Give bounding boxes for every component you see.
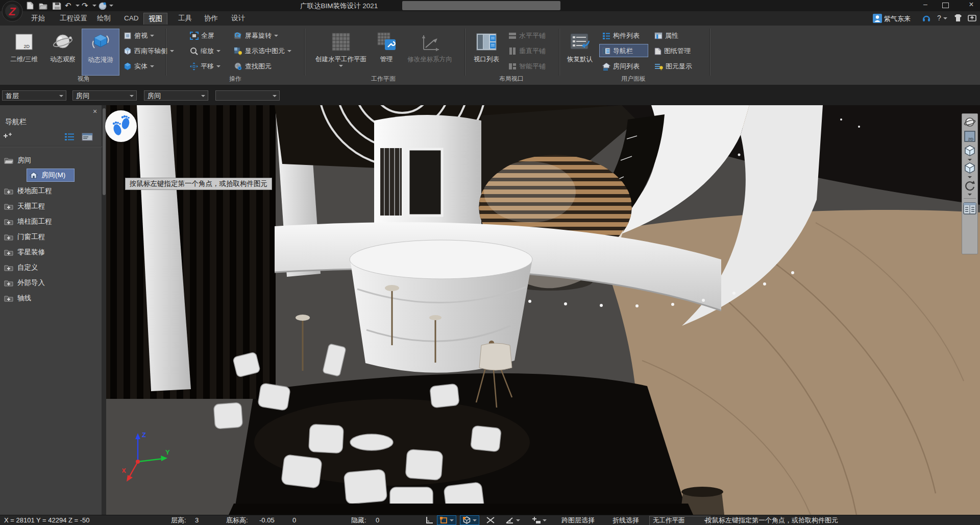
new-file-icon[interactable] [26,2,35,10]
theme-icon[interactable] [953,14,963,22]
button-element-display[interactable]: 图元显示 [654,60,692,73]
minimize-button[interactable]: – [918,0,933,8]
button-create-workplane[interactable]: 创建水平工作平面 [307,29,375,76]
button-manage-workplane[interactable]: 管理 [374,29,399,76]
toolbar-options-icon[interactable] [109,5,113,7]
orbit-tool-icon[interactable] [964,116,976,129]
undo-icon[interactable]: ↶ [65,1,71,10]
tree-node-ceiling-works[interactable]: 天棚工程 [4,200,45,212]
tab-cad[interactable]: CAD [119,13,143,24]
view-list-icon[interactable] [963,201,976,216]
tab-tools[interactable]: 工具 [174,13,197,24]
button-find-element[interactable]: 查找图元 [234,60,272,73]
tree-node-floor-works[interactable]: 楼地面工程 [4,185,52,197]
snap-cross-toggle[interactable] [484,515,497,525]
rotate-view-icon[interactable] [964,179,976,193]
tab-design[interactable]: 设计 [227,13,250,24]
level-select[interactable]: 首层 [2,90,66,101]
button-pan[interactable]: 平移 [190,60,220,73]
detail-view-icon[interactable] [82,133,93,141]
folder-plus-icon [4,249,13,256]
button-tile-horizontal: 水平平铺 [508,30,546,42]
tree-node-misc-decoration[interactable]: 零星装修 [4,246,45,258]
rect-select-toggle[interactable] [437,515,456,525]
user-avatar[interactable] [873,14,882,23]
tab-project-settings[interactable]: 工程设置 [55,13,92,24]
list-view-icon[interactable] [64,133,75,141]
button-sw-isometric[interactable]: 西南等轴侧 [124,45,174,57]
add-point-icon[interactable] [3,133,14,141]
menu-tab-bar: 开始 工程设置 绘制 CAD 视图 工具 协作 设计 紫气东来 ? [0,11,980,26]
button-navigation-bar[interactable]: 导航栏 [599,44,648,57]
cube-select-toggle[interactable] [460,515,479,525]
cube-view-dropdown-icon[interactable] [968,159,972,161]
cube-view-icon[interactable] [964,145,976,158]
tree-node-axis[interactable]: 轴线 [4,292,31,304]
button-fullscreen[interactable]: 全屏 [190,30,214,42]
user-name[interactable]: 紫气东来 [884,14,911,23]
button-show-selected[interactable]: 显示选中图元 [234,45,291,57]
category-select-2[interactable]: 房间 [144,90,208,101]
ortho-toggle[interactable] [424,515,436,525]
add-point-toggle[interactable] [530,515,549,525]
navigation-panel: × 导航栏 房间 房间(M) 楼地面工程 天棚工程 墙柱面工程 [0,105,102,515]
button-solid-style[interactable]: 实体 [124,60,154,73]
sidebar-scrollbar[interactable] [102,105,106,515]
open-file-icon[interactable] [39,2,48,10]
cube-view2-icon[interactable] [964,162,976,175]
tree-node-custom[interactable]: 自定义 [4,261,38,274]
button-orbit[interactable]: 动态观察 [44,29,82,76]
save-icon[interactable] [53,2,62,10]
tree-node-room-selected[interactable]: 房间(M) [27,169,75,182]
upload-icon[interactable] [968,14,977,22]
customer-service-icon[interactable] [922,14,931,23]
workplane-select[interactable]: 无工作平面 [649,516,710,525]
category-select-1[interactable]: 房间 [72,90,137,101]
cube-view2-dropdown-icon[interactable] [968,176,972,178]
button-component-list[interactable]: 构件列表 [602,30,640,42]
viewport-3d[interactable]: Z Y X [106,105,980,515]
help-dropdown-icon[interactable] [943,17,947,19]
button-zoom[interactable]: 缩放 [190,45,220,57]
house-icon [30,172,38,179]
app-logo[interactable]: Z [2,1,23,22]
status-bar: X = 28101 Y = 42294 Z = -50 层高: 3 底标高: -… [0,515,980,525]
category-select-3[interactable] [215,90,280,101]
panel-close-icon[interactable]: × [93,107,97,115]
axis-y-label: Y [165,448,170,456]
help-icon[interactable]: ? [937,14,941,22]
panel-label-view-angle: 视角 [4,75,163,83]
tab-collaborate[interactable]: 协作 [200,13,223,24]
tab-start[interactable]: 开始 [27,13,50,24]
status-hint: 按鼠标左键指定第一个角点，或拾取构件图元 [705,516,838,524]
folder-open-icon [4,157,13,164]
folder-plus-icon [4,233,13,241]
tree-node-door-window-works[interactable]: 门窗工程 [4,231,45,243]
button-restore-default[interactable]: 恢复默认 [562,29,597,76]
polyline-select-button[interactable]: 折线选择 [608,516,643,524]
button-room-list[interactable]: 房间列表 [602,60,640,73]
tab-view[interactable]: 视图 [143,13,167,25]
tree-node-wall-works[interactable]: 墙柱面工程 [4,216,52,228]
button-drawing-manage[interactable]: 图纸管理 [654,45,691,57]
folder-plus-icon [4,264,13,271]
redo-icon[interactable]: ↷ [82,1,88,10]
button-properties[interactable]: 属性 [654,30,678,42]
sync-icon[interactable] [98,2,107,10]
2d-view-icon[interactable]: 2D [964,130,976,144]
button-walkthrough[interactable]: 动态漫游 [82,29,119,76]
button-top-view[interactable]: 俯视 [124,30,154,42]
angle-snap-toggle[interactable] [503,515,522,525]
tree-node-external-import[interactable]: 外部导入 [4,277,45,289]
button-screen-rotate[interactable]: 屏幕旋转 [234,30,278,42]
redo-dropdown-icon[interactable] [92,5,96,7]
tab-draw[interactable]: 绘制 [92,13,115,24]
rotate-view-dropdown-icon[interactable] [968,194,972,196]
cross-layer-select-button[interactable]: 跨图层选择 [557,516,599,524]
close-button[interactable]: × [964,0,979,9]
button-2d3d[interactable]: 2D 二维/三维 [5,29,43,76]
button-viewport-list[interactable]: 视口列表 [469,29,504,76]
undo-dropdown-icon[interactable] [76,5,80,7]
tree-node-room-group[interactable]: 房间 [4,154,31,166]
maximize-button[interactable] [942,3,949,8]
